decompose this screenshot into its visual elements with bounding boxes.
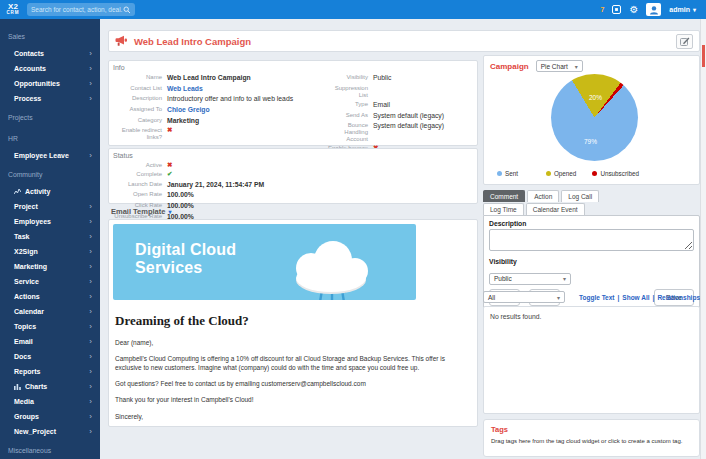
user-avatar[interactable] [646,3,661,16]
legend-item-sent[interactable]: Sent [497,170,518,177]
pie-chart: 20% 79% [490,72,693,168]
sidebar-item-charts[interactable]: Charts› [0,379,100,394]
field-value: Web Lead Intro Campaign [167,74,251,82]
sidebar-section-hr: HR [0,127,100,148]
sidebar-item-employees[interactable]: Employees› [0,214,100,229]
status-section-title: Status [113,152,473,159]
field-row-name: NameWeb Lead Intro Campaign [113,74,325,82]
sidebar-item-task[interactable]: Task› [0,229,100,244]
sidebar-item-label: Marketing [14,263,89,270]
sidebar-item-x2sign[interactable]: X2Sign› [0,244,100,259]
sidebar-item-media[interactable]: Media› [0,394,100,409]
page-scrollbar[interactable] [700,19,706,459]
info-section: Info NameWeb Lead Intro Campaign Contact… [108,60,478,146]
x-mark-icon: ✖ [167,162,172,169]
sidebar-item-docs[interactable]: Docs› [0,349,100,364]
username-label: admin [669,6,690,13]
sidebar-item-groups[interactable]: Groups› [0,409,100,424]
email-paragraph: Dear (name), [115,338,471,347]
chevron-right-icon: › [89,64,92,73]
field-label: Visibility [325,74,373,82]
tab-log-call[interactable]: Log Call [561,190,599,202]
sidebar-item-opportunities[interactable]: Opportunities› [0,76,100,91]
sidebar-item-calendar[interactable]: Calendar› [0,304,100,319]
sidebar-section-community: Community [0,163,100,184]
x2crm-logo[interactable]: X2 CRM [0,3,26,16]
sidebar-item-label: X2Sign [14,248,89,255]
sidebar-item-email[interactable]: Email› [0,334,100,349]
gear-icon[interactable]: ⚙ [629,5,638,15]
chart-type-value: Pie Chart [541,63,568,70]
show-all-link[interactable]: Show All [622,294,649,301]
comment-description-textarea[interactable] [489,229,694,251]
assigned-to-link[interactable]: Chloe Greigo [167,106,210,114]
feed-controls: All ▾ Toggle Text | Show All | Relations… [483,291,700,303]
search-icon[interactable] [123,6,131,14]
field-value: Marketing [167,117,199,125]
legend-item-opened[interactable]: Opened [546,170,576,177]
tab-action[interactable]: Action [527,190,559,202]
campaign-chart-widget: Campaign Pie Chart ▾ 20% 79% Sent Opened… [483,55,700,185]
info-section-title: Info [113,64,473,71]
legend-item-unsubscribed[interactable]: Unsubscribed [592,170,639,177]
edit-record-button[interactable] [676,34,693,49]
caret-down-icon: ▾ [575,63,578,70]
sidebar-item-accounts[interactable]: Accounts› [0,61,100,76]
sidebar-item-label: Email [14,338,89,345]
field-value: 100.00% [167,191,194,199]
tab-calendar-event[interactable]: Calendar Event [526,203,585,215]
record-title-bar: Web Lead Intro Campaign [108,30,700,52]
field-row-bounce-account: Bounce Handling AccountSystem default (l… [325,122,473,143]
toggle-text-link[interactable]: Toggle Text [579,294,615,301]
relationships-link[interactable]: Relationships [657,294,700,301]
sidebar-item-process[interactable]: Process› [0,91,100,106]
chart-type-select[interactable]: Pie Chart ▾ [536,60,583,72]
email-template-toggle[interactable]: Email Template ▾ [111,207,171,216]
caret-down-icon: ▾ [168,208,171,215]
field-label: Contact List [113,85,167,93]
field-label: Enable redirect links? [113,127,167,141]
email-body: Dear (name), Campbell's Cloud Computing … [113,338,473,427]
scrollbar-marker [702,45,705,67]
chevron-right-icon: › [89,322,92,331]
user-menu[interactable]: admin ▾ [669,6,696,13]
sidebar-item-actions[interactable]: Actions› [0,289,100,304]
caret-down-icon: ▾ [693,6,696,13]
sidebar-item-label: Task [14,233,89,240]
tab-comment[interactable]: Comment [483,190,525,202]
logo-line2: CRM [0,11,26,16]
notification-count[interactable]: 7 [600,6,604,13]
search-input[interactable] [31,6,123,13]
sidebar-item-contacts[interactable]: Contacts› [0,46,100,61]
tab-log-time[interactable]: Log Time [483,203,524,215]
pie-graphic[interactable] [551,74,638,161]
feed-links: Toggle Text | Show All | Relationships [579,294,700,301]
feed-filter-select[interactable]: All ▾ [483,291,565,303]
field-row-active: Active✖ [113,162,473,169]
contact-list-link[interactable]: Web Leads [167,85,203,93]
chevron-right-icon: › [89,337,92,346]
feed-empty-text: No results found. [490,313,541,320]
pie-label-opened: 20% [589,94,602,101]
tags-widget[interactable]: Tags Drag tags here from the tag cloud w… [483,419,700,457]
field-row-contact-list: Contact ListWeb Leads [113,85,325,93]
feed-filter-value: All [488,294,550,301]
chevron-right-icon: › [89,427,92,436]
sidebar-item-label: Topics [14,323,89,330]
sidebar-item-topics[interactable]: Topics› [0,319,100,334]
sidebar-item-employee-leave[interactable]: Employee Leave› [0,148,100,163]
field-label: Suppression List [325,85,373,99]
sidebar-item-new-project[interactable]: New_Project› [0,424,100,439]
sidebar-item-marketing[interactable]: Marketing› [0,259,100,274]
sidebar-item-project[interactable]: Project› [0,199,100,214]
caret-down-icon: ▾ [563,275,566,282]
sidebar-item-activity[interactable]: Activity [0,184,100,199]
sidebar-item-reports[interactable]: Reports› [0,364,100,379]
activity-feed-toggle-icon[interactable] [612,5,621,14]
description-label: Description [489,220,694,227]
chevron-right-icon: › [89,79,92,88]
person-icon [649,5,659,15]
global-search[interactable] [27,3,135,16]
sidebar-item-service[interactable]: Service› [0,274,100,289]
visibility-select[interactable]: Public ▾ [489,273,571,285]
